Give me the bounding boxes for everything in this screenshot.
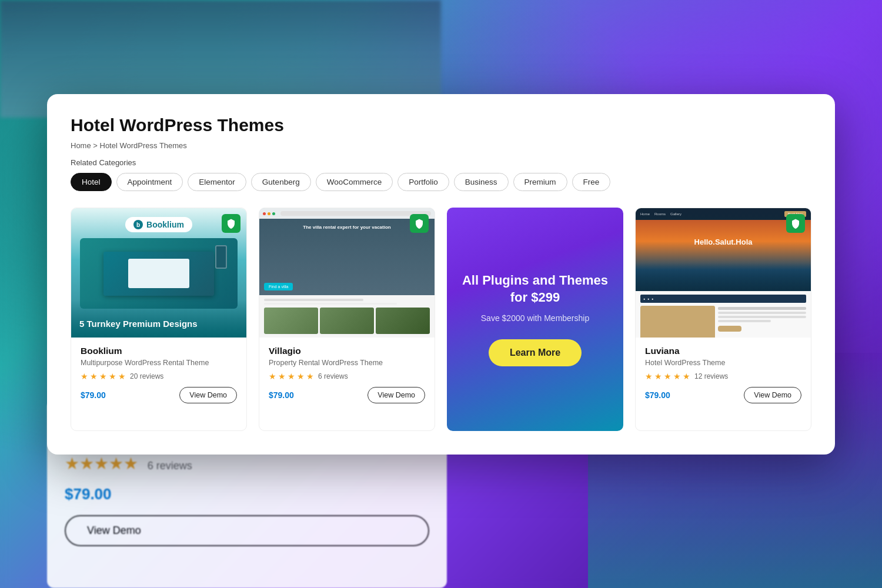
booklium-reviews: 20 reviews: [130, 372, 163, 380]
category-filters: Hotel Appointment Elementor Gutenberg Wo…: [71, 173, 811, 191]
category-gutenberg[interactable]: Gutenberg: [251, 173, 311, 191]
products-grid: b Booklium 5 Turnkey Premium Designs: [71, 208, 811, 431]
luviana-text-block: [718, 306, 806, 338]
category-portfolio[interactable]: Portfolio: [397, 173, 449, 191]
luviana-bottom-section: ● ● ●: [636, 291, 811, 338]
villagio-content-section: [259, 295, 435, 338]
villagio-desc: Property Rental WordPress Theme: [269, 359, 425, 367]
booklium-thumbnail: b Booklium 5 Turnkey Premium Designs: [71, 208, 246, 338]
page-title: Hotel WordPress Themes: [71, 115, 811, 135]
villagio-info: Villagio Property Rental WordPress Theme…: [259, 338, 435, 413]
star-2: ★: [654, 372, 662, 381]
villagio-hero-area: The villa rental expert for your vacatio…: [259, 219, 435, 295]
luviana-nav-item-3: Gallery: [670, 212, 681, 216]
bg-bottom-view-demo: View Demo: [65, 515, 429, 546]
villagio-footer: $79.00 View Demo: [269, 387, 425, 403]
product-card-booklium: b Booklium 5 Turnkey Premium Designs: [71, 208, 247, 431]
booklium-overlay-text: 5 Turnkey Premium Designs: [71, 300, 246, 338]
luviana-footer: $79.00 View Demo: [645, 387, 801, 403]
luviana-content-area: [640, 306, 806, 338]
villagio-thumb-bg: The villa rental expert for your vacatio…: [259, 208, 435, 338]
luviana-text-bar-2: [718, 316, 806, 318]
luviana-reviews: 12 reviews: [694, 372, 728, 380]
star-4: ★: [109, 372, 116, 381]
luviana-thumb-bg: Home Rooms Gallery Book Now Hello.Salut.…: [636, 208, 811, 338]
luviana-desc: Hotel WordPress Theme: [645, 359, 801, 367]
star-4: ★: [297, 372, 305, 381]
shield-icon-villagio: [414, 218, 425, 229]
villagio-price: $79.00: [269, 390, 294, 400]
luviana-thumbnail: Home Rooms Gallery Book Now Hello.Salut.…: [636, 208, 811, 338]
villa-img-3: [376, 308, 430, 334]
luviana-price: $79.00: [645, 390, 670, 400]
villagio-shield-badge: [410, 214, 429, 233]
villagio-name: Villagio: [269, 346, 425, 356]
star-5: ★: [306, 372, 314, 381]
related-categories-label: Related Categories: [71, 158, 811, 167]
booklium-desc: Multipurpose WordPress Rental Theme: [81, 359, 237, 367]
browser-dot-green: [272, 212, 275, 215]
product-card-luviana: Home Rooms Gallery Book Now Hello.Salut.…: [635, 208, 811, 431]
booklium-name: Booklium: [81, 346, 237, 356]
booklium-footer: $79.00 View Demo: [81, 387, 237, 403]
booklium-logo-icon: b: [133, 220, 143, 229]
category-business[interactable]: Business: [454, 173, 509, 191]
villagio-text-bar-1: [264, 299, 363, 301]
luviana-text-bar-3: [718, 320, 771, 322]
luviana-nav-dot-3: ●: [652, 297, 653, 300]
category-appointment[interactable]: Appointment: [116, 173, 183, 191]
star-4: ★: [673, 372, 681, 381]
promo-title: All Plugins and Themes for $299: [459, 272, 612, 306]
category-hotel[interactable]: Hotel: [71, 173, 112, 191]
luviana-view-demo-button[interactable]: View Demo: [744, 387, 801, 403]
villagio-text-bar-2: [264, 303, 397, 305]
bg-bottom-stars: ★★★★★ 6 reviews: [65, 454, 429, 473]
luviana-nav-bar: Home Rooms Gallery Book Now: [636, 208, 811, 220]
villagio-cta-mini: Find a villa: [264, 283, 293, 290]
luviana-secondary-nav: ● ● ●: [640, 295, 806, 303]
browser-dot-yellow: [268, 212, 270, 215]
star-2: ★: [90, 372, 98, 381]
category-free[interactable]: Free: [572, 173, 611, 191]
product-card-villagio: The villa rental expert for your vacatio…: [259, 208, 435, 431]
luviana-info: Luviana Hotel WordPress Theme ★ ★ ★ ★ ★ …: [636, 338, 811, 413]
luviana-title-bar: [718, 307, 806, 310]
luviana-content-image: [640, 306, 715, 338]
browser-url-bar: [280, 211, 431, 216]
booklium-price: $79.00: [81, 390, 106, 400]
villagio-view-demo-button[interactable]: View Demo: [368, 387, 425, 403]
villagio-thumbnail: The villa rental expert for your vacatio…: [259, 208, 435, 338]
luviana-shield-badge: [786, 214, 805, 233]
category-elementor[interactable]: Elementor: [188, 173, 246, 191]
promo-card: All Plugins and Themes for $299 Save $20…: [447, 208, 623, 431]
luviana-nav-item-1: Home: [640, 212, 650, 216]
learn-more-button[interactable]: Learn More: [489, 339, 582, 366]
booklium-shield-badge: [222, 214, 240, 233]
star-1: ★: [645, 372, 653, 381]
villagio-browser-bar: [259, 208, 435, 219]
star-3: ★: [288, 372, 295, 381]
star-1: ★: [269, 372, 276, 381]
villa-img-2: [320, 308, 374, 334]
browser-dot-red: [263, 212, 266, 215]
luviana-nav-dot-2: ●: [647, 297, 649, 300]
category-premium[interactable]: Premium: [513, 173, 567, 191]
booklium-view-demo-button[interactable]: View Demo: [179, 387, 237, 403]
promo-subtitle: Save $2000 with Membership: [481, 313, 589, 323]
category-woocommerce[interactable]: WooCommerce: [316, 173, 393, 191]
star-half: ★: [118, 372, 126, 381]
booklium-thumb-bg: b Booklium 5 Turnkey Premium Designs: [71, 208, 246, 338]
star-1: ★: [81, 372, 88, 381]
villagio-tagline: The villa rental expert for your vacatio…: [303, 225, 390, 230]
booklium-info: Booklium Multipurpose WordPress Rental T…: [71, 338, 246, 413]
shield-icon: [226, 218, 236, 229]
main-modal: Hotel WordPress Themes Home > Hotel Word…: [47, 94, 835, 455]
luviana-nav-item-2: Rooms: [654, 212, 666, 216]
breadcrumb: Home > Hotel WordPress Themes: [71, 141, 811, 150]
villagio-stars: ★ ★ ★ ★ ★ 6 reviews: [269, 372, 425, 381]
villagio-property-images: [264, 308, 430, 334]
luviana-name: Luviana: [645, 346, 801, 356]
star-3: ★: [99, 372, 107, 381]
star-2: ★: [278, 372, 286, 381]
luviana-text-bar-1: [718, 312, 806, 314]
